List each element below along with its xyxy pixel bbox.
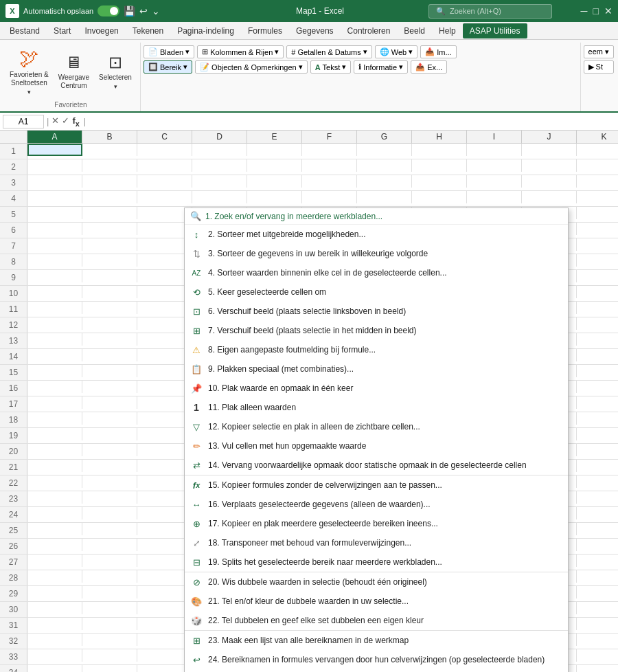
spreadsheet-cell[interactable] <box>467 159 522 172</box>
dropdown-item-10[interactable]: 📌 10. Plak waarde en opmaak in één keer <box>185 379 568 398</box>
spreadsheet-cell[interactable] <box>82 475 137 488</box>
spreadsheet-cell[interactable] <box>577 223 618 235</box>
spreadsheet-cell[interactable] <box>577 333 618 346</box>
dropdown-item-23[interactable]: ⊞ 23. Maak een lijst van alle bereikname… <box>185 630 568 650</box>
spreadsheet-cell[interactable] <box>577 207 618 219</box>
spreadsheet-cell[interactable] <box>577 460 618 472</box>
spreadsheet-cell[interactable] <box>467 175 522 188</box>
menu-help[interactable]: Help <box>432 23 463 38</box>
minimize-icon[interactable]: ─ <box>581 5 588 16</box>
dropdown-item-8[interactable]: ⚠ 8. Eigen aangepaste foutmelding bij fo… <box>185 340 568 359</box>
spreadsheet-cell[interactable] <box>577 539 618 551</box>
spreadsheet-cell[interactable] <box>27 286 82 298</box>
spreadsheet-cell[interactable] <box>27 254 82 267</box>
menu-tekenen[interactable]: Tekenen <box>126 23 170 38</box>
spreadsheet-cell[interactable] <box>82 254 137 267</box>
spreadsheet-cell[interactable] <box>577 144 618 156</box>
dropdown-item-18[interactable]: ⤢ 18. Transponeer met behoud van formule… <box>185 533 568 552</box>
spreadsheet-cell[interactable] <box>522 191 577 203</box>
customize-qat-icon[interactable]: ⌄ <box>152 5 160 16</box>
spreadsheet-cell[interactable] <box>357 159 412 172</box>
spreadsheet-cell[interactable] <box>27 349 82 361</box>
spreadsheet-cell[interactable] <box>82 634 137 646</box>
spreadsheet-cell[interactable] <box>82 523 137 535</box>
spreadsheet-cell[interactable] <box>412 175 467 188</box>
ribbon-btn-bladen[interactable]: 📄 Bladen ▾ <box>144 45 194 58</box>
dropdown-item-17[interactable]: ⊕ 17. Kopieer en plak meerdere geselecte… <box>185 514 568 533</box>
spreadsheet-cell[interactable] <box>82 238 137 251</box>
spreadsheet-cell[interactable] <box>577 649 618 662</box>
spreadsheet-cell[interactable] <box>27 539 82 551</box>
col-header-B[interactable]: B <box>82 131 137 143</box>
dropdown-item-7[interactable]: ⊞ 7. Verschuif beeld (plaats selectie in… <box>185 321 568 340</box>
spreadsheet-cell[interactable] <box>82 333 137 346</box>
spreadsheet-cell[interactable] <box>82 159 137 172</box>
spreadsheet-cell[interactable] <box>577 270 618 282</box>
spreadsheet-cell[interactable] <box>357 191 412 203</box>
col-header-C[interactable]: C <box>137 131 192 143</box>
dropdown-item-25[interactable]: 🗑 25. Verwijder de bereiknamen binnen uw… <box>185 669 568 672</box>
spreadsheet-cell[interactable] <box>27 602 82 614</box>
spreadsheet-cell[interactable] <box>27 175 82 188</box>
spreadsheet-cell[interactable] <box>82 365 137 377</box>
col-header-D[interactable]: D <box>192 131 247 143</box>
dropdown-search-text[interactable]: 1. Zoek en/of vervang in meerdere werkbl… <box>205 212 562 221</box>
spreadsheet-cell[interactable] <box>82 144 137 156</box>
menu-gegevens[interactable]: Gegevens <box>289 23 341 38</box>
ribbon-btn-favorieten[interactable]: 🕊 Favorieten &Sneltoetsen ▾ <box>5 44 53 98</box>
ribbon-btn-selecteren[interactable]: ⊡ Selecteren ▾ <box>95 50 136 93</box>
autosave-toggle[interactable] <box>98 5 119 16</box>
spreadsheet-cell[interactable] <box>27 270 82 282</box>
spreadsheet-cell[interactable] <box>577 286 618 298</box>
menu-bestand[interactable]: Bestand <box>3 23 47 38</box>
spreadsheet-cell[interactable] <box>82 175 137 188</box>
spreadsheet-cell[interactable] <box>82 302 137 314</box>
spreadsheet-cell[interactable] <box>247 144 302 156</box>
ribbon-btn-informatie[interactable]: ℹ Informatie ▾ <box>354 60 408 74</box>
spreadsheet-cell[interactable] <box>577 175 618 188</box>
spreadsheet-cell[interactable] <box>82 286 137 298</box>
spreadsheet-cell[interactable] <box>577 365 618 377</box>
spreadsheet-cell[interactable] <box>577 491 618 504</box>
dropdown-item-19[interactable]: ⊟ 19. Splits het geselecteerde bereik na… <box>185 552 568 572</box>
ribbon-btn-st[interactable]: ▶ St <box>584 60 614 74</box>
spreadsheet-cell[interactable] <box>577 618 618 630</box>
spreadsheet-cell[interactable] <box>27 144 82 156</box>
spreadsheet-cell[interactable] <box>82 649 137 662</box>
spreadsheet-cell[interactable] <box>27 191 82 203</box>
spreadsheet-cell[interactable] <box>522 144 577 156</box>
spreadsheet-cell[interactable] <box>577 570 618 583</box>
spreadsheet-cell[interactable] <box>137 175 192 188</box>
spreadsheet-cell[interactable] <box>577 555 618 567</box>
spreadsheet-cell[interactable] <box>82 602 137 614</box>
dropdown-item-4[interactable]: AZ 4. Sorteer waarden binnenin elke cel … <box>185 263 568 282</box>
spreadsheet-cell[interactable] <box>577 444 618 456</box>
spreadsheet-cell[interactable] <box>82 507 137 519</box>
insert-function-icon[interactable]: fx <box>72 115 79 128</box>
col-header-H[interactable]: H <box>412 131 467 143</box>
spreadsheet-cell[interactable] <box>577 381 618 393</box>
dropdown-item-24[interactable]: ↩ 24. Bereiknamen in formules vervangen … <box>185 650 568 669</box>
dropdown-item-12[interactable]: ▽ 12. Kopieer selectie en plak in alleen… <box>185 417 568 436</box>
col-header-J[interactable]: J <box>522 131 577 143</box>
spreadsheet-cell[interactable] <box>27 159 82 172</box>
spreadsheet-cell[interactable] <box>82 270 137 282</box>
spreadsheet-cell[interactable] <box>82 665 137 672</box>
spreadsheet-cell[interactable] <box>82 428 137 440</box>
dropdown-item-5[interactable]: ⟲ 5. Keer geselecteerde cellen om <box>185 282 568 302</box>
search-box[interactable]: 🔍 Zoeken (Alt+Q) <box>428 4 552 19</box>
spreadsheet-cell[interactable] <box>27 302 82 314</box>
col-header-E[interactable]: E <box>247 131 302 143</box>
spreadsheet-cell[interactable] <box>302 144 357 156</box>
dropdown-item-13[interactable]: ✏ 13. Vul cellen met hun opgemaakte waar… <box>185 436 568 456</box>
spreadsheet-cell[interactable] <box>82 317 137 330</box>
undo-icon[interactable]: ↩ <box>139 5 148 16</box>
spreadsheet-cell[interactable] <box>247 191 302 203</box>
spreadsheet-cell[interactable] <box>577 523 618 535</box>
ribbon-btn-weergave[interactable]: 🖥 WeergaveCentrum <box>54 50 93 93</box>
spreadsheet-cell[interactable] <box>27 381 82 393</box>
spreadsheet-cell[interactable] <box>577 302 618 314</box>
spreadsheet-cell[interactable] <box>467 191 522 203</box>
spreadsheet-cell[interactable] <box>27 428 82 440</box>
ribbon-btn-bereik[interactable]: 🔲 Bereik ▾ <box>144 60 192 74</box>
